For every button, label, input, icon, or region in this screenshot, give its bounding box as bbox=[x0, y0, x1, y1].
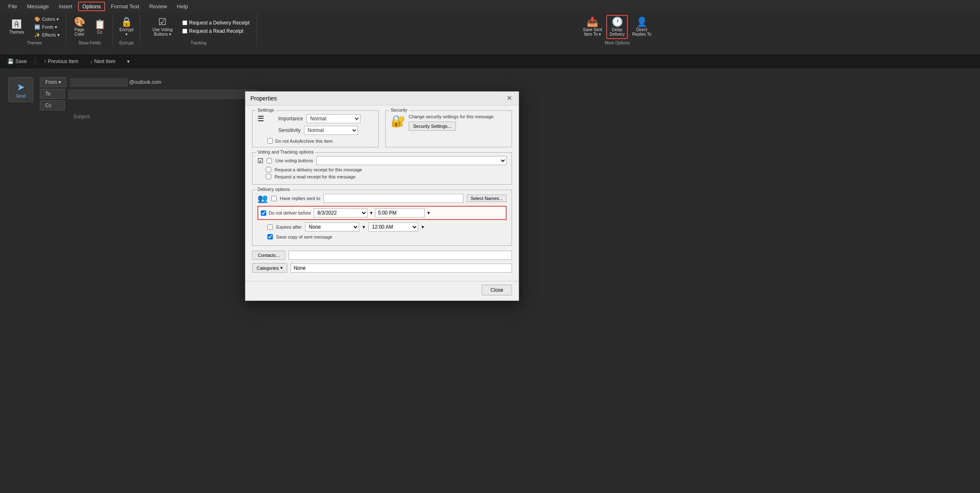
categories-label: Categories bbox=[257, 266, 279, 271]
delivery-receipt-checkbox[interactable] bbox=[182, 20, 187, 25]
ribbon-group-themes: 🅰 Themes 🎨 Colors ▾ 🔤 Fonts ▾ ✨ E bbox=[3, 14, 66, 46]
autoarchive-checkbox[interactable] bbox=[267, 138, 273, 144]
menu-help[interactable]: Help bbox=[173, 2, 192, 11]
save-copy-label: Save copy of sent message bbox=[276, 234, 332, 239]
read-receipt-row: Request a read receipt for this message bbox=[266, 174, 507, 179]
direct-replies-button[interactable]: 👤 DirectReplies To bbox=[630, 16, 654, 38]
have-replies-checkbox[interactable] bbox=[271, 196, 277, 201]
read-receipt-checkbox[interactable] bbox=[182, 29, 187, 34]
colors-label: Colors ▾ bbox=[42, 17, 59, 22]
expires-date-select[interactable]: None bbox=[305, 222, 359, 232]
have-replies-input[interactable] bbox=[323, 194, 463, 203]
subject-label: Subject bbox=[73, 114, 90, 120]
menu-format-text[interactable]: Format Text bbox=[107, 2, 143, 11]
menu-review[interactable]: Review bbox=[145, 2, 171, 11]
deliver-date-select[interactable]: 8/3/2022 bbox=[314, 208, 368, 217]
use-voting-checkbox[interactable] bbox=[267, 158, 272, 164]
effects-button[interactable]: ✨ Effects ▾ bbox=[32, 32, 62, 39]
settings-section: Settings ☰ Importance Normal Low High Se… bbox=[252, 110, 379, 147]
categories-input[interactable] bbox=[291, 264, 512, 273]
do-not-deliver-label: Do not deliver before bbox=[269, 210, 311, 215]
bcc-button[interactable]: 📋 Cc bbox=[91, 18, 109, 36]
from-name-input[interactable] bbox=[70, 78, 128, 86]
tracking-group-label: Tracking bbox=[191, 41, 206, 45]
next-item-dropdown[interactable]: ▾ bbox=[124, 57, 133, 66]
delay-delivery-button[interactable]: 🕐 DelayDelivery bbox=[606, 15, 628, 39]
voting-icon: ☑ bbox=[257, 157, 263, 165]
voting-buttons-select[interactable] bbox=[316, 156, 507, 165]
to-button[interactable]: To bbox=[40, 89, 65, 99]
from-dropdown-icon: ▾ bbox=[59, 79, 61, 85]
properties-dialog: Properties ✕ Settings ☰ Importance Norma… bbox=[245, 91, 519, 301]
expires-after-row: Expires after None ▾ 12:00 AM ▾ bbox=[257, 222, 507, 232]
from-row: From ▾ @outlook.com bbox=[40, 77, 972, 87]
menu-insert[interactable]: Insert bbox=[55, 2, 77, 11]
send-button[interactable]: ➤ Send bbox=[8, 77, 33, 102]
colors-button[interactable]: 🎨 Colors ▾ bbox=[32, 16, 62, 23]
use-voting-row: ☑ Use voting buttons bbox=[257, 156, 507, 165]
delay-delivery-icon: 🕐 bbox=[612, 17, 623, 27]
fonts-button[interactable]: 🔤 Fonts ▾ bbox=[32, 24, 62, 31]
save-button[interactable]: 💾 Save bbox=[4, 57, 30, 66]
select-names-button[interactable]: Select Names... bbox=[467, 195, 507, 202]
page-color-button[interactable]: 🎨 PageColor bbox=[70, 16, 89, 38]
bcc-icon: 📋 bbox=[94, 20, 105, 29]
ribbon-group-tracking: ☑ Use VotingButtons ▾ Request a Delivery… bbox=[141, 14, 257, 46]
importance-select[interactable]: Normal Low High bbox=[306, 114, 360, 123]
read-receipt-label: Request a Read Receipt bbox=[189, 28, 243, 34]
expires-time-select[interactable]: 12:00 AM bbox=[368, 222, 418, 232]
fonts-label: Fonts ▾ bbox=[42, 24, 57, 30]
encrypt-label: Encrypt▾ bbox=[120, 27, 134, 37]
effects-label: Effects ▾ bbox=[42, 32, 59, 38]
delivery-receipt-row: Request a delivery receipt for this mess… bbox=[266, 167, 507, 172]
security-section: Security 🔐 Change security settings for … bbox=[385, 110, 512, 147]
ribbon: 🅰 Themes 🎨 Colors ▾ 🔤 Fonts ▾ ✨ E bbox=[0, 12, 980, 54]
next-item-icon: ↓ bbox=[90, 59, 93, 64]
deliver-time-input[interactable] bbox=[375, 208, 425, 217]
delivery-receipt-dlg-checkbox[interactable] bbox=[266, 167, 271, 172]
menu-file[interactable]: File bbox=[4, 2, 21, 11]
effects-icon: ✨ bbox=[34, 32, 40, 38]
save-sent-button[interactable]: 📥 Save SentItem To ▾ bbox=[581, 16, 605, 38]
voting-button[interactable]: ☑ Use VotingButtons ▾ bbox=[146, 16, 179, 38]
from-email-domain: @outlook.com bbox=[129, 79, 161, 85]
do-not-deliver-checkbox[interactable] bbox=[261, 210, 266, 216]
ribbon-group-more-options: 📥 Save SentItem To ▾ 🕐 DelayDelivery 👤 D… bbox=[258, 14, 977, 46]
delivery-receipt-label: Request a Delivery Receipt bbox=[189, 20, 249, 26]
deliver-time-dropdown-icon: ▾ bbox=[427, 210, 430, 216]
save-copy-row: Save copy of sent message bbox=[267, 234, 507, 239]
close-button[interactable]: Close bbox=[482, 285, 512, 295]
ribbon-group-encrypt: 🔒 Encrypt▾ Encrypt bbox=[114, 14, 140, 46]
voting-icon: ☑ bbox=[158, 17, 167, 27]
encrypt-button[interactable]: 🔒 Encrypt▾ bbox=[117, 16, 136, 38]
cc-button[interactable]: Cc bbox=[40, 100, 65, 110]
contacts-input[interactable] bbox=[289, 251, 512, 260]
have-replies-label: Have replies sent to bbox=[280, 196, 320, 201]
expires-after-checkbox[interactable] bbox=[267, 225, 273, 230]
autoarchive-row: Do not AutoArchive this item bbox=[267, 138, 373, 144]
ribbon-group-show-fields: 🎨 PageColor 📋 Cc Show Fields bbox=[67, 14, 113, 46]
next-item-button[interactable]: ↓ Next Item bbox=[87, 57, 119, 66]
from-label: From bbox=[45, 79, 57, 85]
contacts-button[interactable]: Contacts... bbox=[252, 251, 285, 260]
menu-message[interactable]: Message bbox=[23, 2, 53, 11]
from-button[interactable]: From ▾ bbox=[40, 77, 66, 87]
tracking-checkboxes: Request a Delivery Receipt Request a Rea… bbox=[181, 19, 251, 35]
to-input[interactable] bbox=[68, 89, 259, 99]
delivery-section: Delivery options 👥 Have replies sent to … bbox=[252, 190, 512, 246]
direct-replies-icon: 👤 bbox=[636, 17, 647, 27]
expires-time-dropdown-icon: ▾ bbox=[421, 224, 424, 230]
security-settings-button[interactable]: Security Settings... bbox=[409, 122, 456, 131]
themes-button[interactable]: 🅰 Themes bbox=[7, 18, 27, 36]
sensitivity-select[interactable]: Normal Personal Private Confidential bbox=[304, 126, 358, 135]
read-receipt-dlg-checkbox[interactable] bbox=[266, 174, 271, 179]
themes-small-buttons: 🎨 Colors ▾ 🔤 Fonts ▾ ✨ Effects ▾ bbox=[32, 16, 62, 39]
save-copy-checkbox[interactable] bbox=[267, 234, 273, 239]
dialog-body: Settings ☰ Importance Normal Low High Se… bbox=[245, 105, 519, 281]
previous-item-button[interactable]: ↑ Previous Item bbox=[40, 57, 81, 66]
dialog-close-button[interactable]: ✕ bbox=[505, 95, 514, 102]
menu-options[interactable]: Options bbox=[78, 2, 105, 11]
contacts-row: Contacts... bbox=[252, 251, 512, 260]
fonts-icon: 🔤 bbox=[34, 24, 40, 30]
categories-button[interactable]: Categories ▾ bbox=[252, 263, 287, 273]
